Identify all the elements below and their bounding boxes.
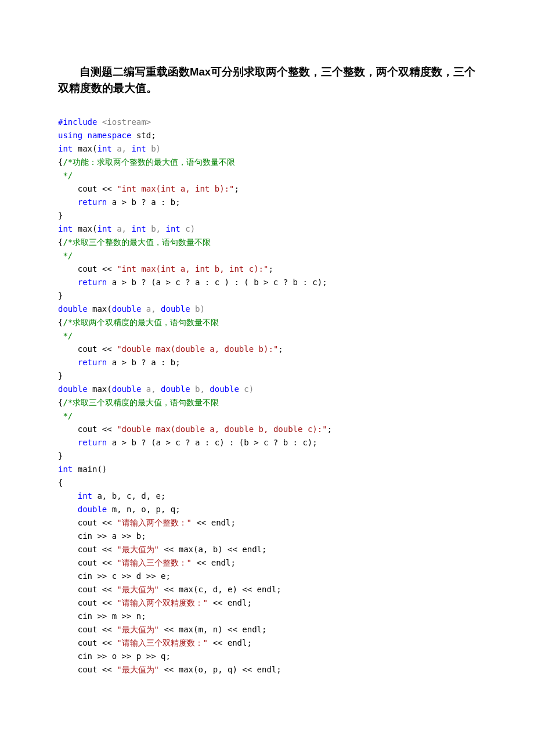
code-text: cout <<: [58, 424, 117, 434]
code-text: max(: [88, 304, 112, 314]
code-text: <iostream>: [97, 117, 151, 127]
code-text: int: [131, 224, 146, 233]
code-text: [58, 278, 78, 287]
code-text: int: [131, 144, 146, 153]
code-text: << max(m, n) << endl;: [159, 625, 266, 634]
code-text: int: [97, 224, 111, 233]
code-text: c): [239, 384, 254, 394]
code-text: "double max(double a, double b, double c…: [117, 424, 327, 434]
code-text: double: [210, 384, 239, 394]
code-text: "最大值为": [117, 625, 159, 634]
code-text: << max(o, p, q) << endl;: [159, 665, 282, 674]
code-text: a, b, c, d, e;: [92, 491, 165, 501]
code-text: [58, 505, 78, 514]
code-text: max(: [88, 384, 112, 394]
code-text: double: [78, 505, 107, 514]
code-text: << endl;: [208, 638, 252, 647]
code-text: cin >> m >> n;: [58, 611, 146, 621]
code-text: /*求取三个整数的最大值，语句数量不限: [63, 237, 211, 247]
code-text: << max(a, b) << endl;: [159, 545, 266, 554]
code-text: double: [161, 304, 190, 314]
code-text: return: [78, 438, 107, 447]
code-text: << endl;: [208, 598, 252, 607]
code-text: b,: [146, 224, 166, 233]
code-text: cout <<: [58, 665, 117, 674]
code-text: [58, 438, 78, 447]
code-text: ;: [278, 344, 283, 354]
code-text: "请输入三个双精度数：": [117, 638, 208, 647]
code-text: */: [58, 411, 73, 420]
code-text: int: [165, 224, 180, 233]
code-text: }: [58, 371, 63, 380]
code-text: << max(c, d, e) << endl;: [159, 585, 282, 594]
code-text: ;: [327, 424, 332, 434]
code-text: */: [58, 331, 73, 340]
code-text: using: [58, 131, 82, 140]
code-text: "最大值为": [117, 545, 159, 554]
document-title: 自测题二编写重载函数Max可分别求取两个整数，三个整数，两个双精度数，三个双精度…: [37, 64, 476, 96]
code-text: a > b ? (a > c ? a : c) : (b > c ? b : c…: [107, 438, 317, 447]
code-text: */: [58, 171, 73, 180]
code-text: }: [58, 211, 63, 220]
code-text: double: [161, 384, 190, 394]
code-text: a > b ? a : b;: [107, 358, 180, 367]
code-text: return: [78, 197, 107, 207]
code-text: main(): [73, 465, 107, 474]
code-text: m, n, o, p, q;: [107, 505, 180, 514]
code-text: return: [78, 278, 107, 287]
code-text: "最大值为": [117, 665, 159, 674]
code-text: cout <<: [58, 518, 117, 527]
code-text: cout <<: [58, 638, 117, 647]
code-text: cout <<: [58, 598, 117, 607]
code-block: #include <iostream> using namespace std;…: [58, 102, 476, 676]
code-text: "请输入两个整数：": [117, 518, 192, 527]
code-text: "最大值为": [117, 585, 159, 594]
code-text: {: [58, 478, 63, 487]
code-text: int: [58, 465, 73, 474]
code-text: double: [58, 384, 88, 394]
code-text: ;: [234, 184, 239, 193]
code-text: return: [78, 358, 107, 367]
code-text: int: [58, 144, 73, 153]
code-text: cout <<: [58, 184, 117, 193]
code-text: b): [146, 144, 161, 153]
code-text: "int max(int a, int b, int c):": [117, 264, 268, 273]
code-text: cin >> c >> d >> e;: [58, 571, 171, 581]
code-text: double: [112, 384, 142, 394]
code-text: int: [58, 224, 73, 233]
code-text: b): [190, 304, 205, 314]
code-text: std;: [131, 131, 156, 140]
code-text: #include: [58, 117, 97, 127]
code-text: /*功能：求取两个整数的最大值，语句数量不限: [63, 157, 235, 167]
code-text: [58, 197, 78, 207]
code-text: cin >> o >> p >> q;: [58, 651, 171, 661]
code-text: ;: [268, 264, 273, 273]
code-text: }: [58, 291, 63, 300]
code-text: max(: [73, 144, 97, 153]
code-text: a,: [112, 224, 132, 233]
code-text: "请输入三个整数：": [117, 558, 192, 567]
code-text: a > b ? (a > c ? a : c ) : ( b > c ? b :…: [107, 278, 327, 287]
code-text: "请输入两个双精度数：": [117, 598, 208, 607]
code-text: */: [58, 251, 73, 260]
code-text: cout <<: [58, 585, 117, 594]
code-text: cout <<: [58, 625, 117, 634]
code-text: a,: [141, 384, 161, 394]
code-text: int: [78, 491, 92, 501]
code-text: double: [58, 304, 88, 314]
code-text: c): [181, 224, 195, 233]
code-text: [58, 358, 78, 367]
code-text: a > b ? a : b;: [107, 197, 180, 207]
code-text: }: [58, 451, 63, 460]
code-text: [58, 491, 78, 501]
code-text: /*求取两个双精度的最大值，语句数量不限: [63, 318, 219, 327]
code-text: << endl;: [192, 518, 236, 527]
code-text: namespace: [82, 131, 131, 140]
code-text: cout <<: [58, 264, 117, 273]
code-text: double: [112, 304, 142, 314]
code-text: /*求取三个双精度的最大值，语句数量不限: [63, 398, 219, 407]
code-text: cout <<: [58, 344, 117, 354]
code-text: cout <<: [58, 558, 117, 567]
code-text: a,: [112, 144, 132, 153]
code-text: a,: [141, 304, 161, 314]
